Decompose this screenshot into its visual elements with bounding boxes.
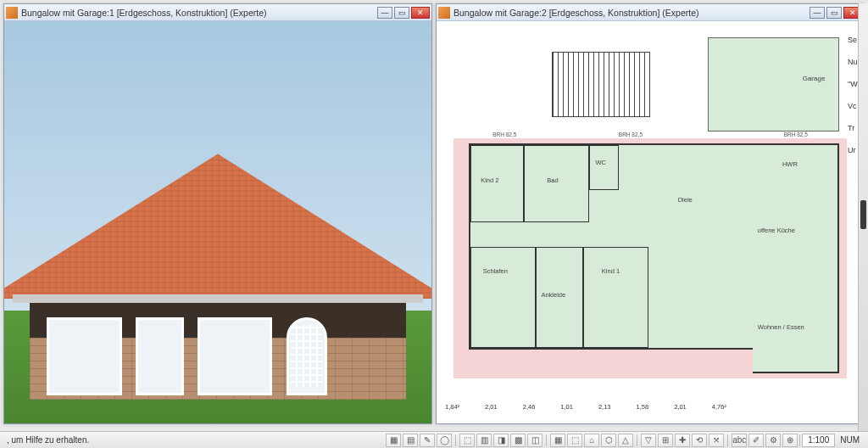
room-kind2: Kind 2: [470, 145, 524, 222]
roof-eave: [13, 294, 423, 302]
window-title-right: Bungalow mit Garage:2 [Erdgeschoss, Kons…: [453, 8, 810, 18]
tool-button[interactable]: △: [618, 434, 633, 447]
room-wc: WC: [589, 145, 619, 190]
app-icon: [6, 7, 18, 19]
tool-button[interactable]: ▽: [641, 434, 656, 447]
tool-button[interactable]: ⬚: [459, 434, 475, 447]
tool-button[interactable]: ◫: [527, 434, 542, 447]
main-floor: Kind 2 Bad WC Diele Schlafen Ankleide Ki…: [469, 143, 768, 350]
side-tab[interactable]: Ur: [848, 146, 856, 154]
tool-button[interactable]: ⚙: [765, 434, 781, 447]
dimension-strip: 1,84² 2,01 2,46 1,01 2,13 1,58 2,01 4,76…: [445, 396, 855, 417]
side-tab[interactable]: Se: [848, 36, 856, 44]
toolbar-bottom: ▦▤✎◯⬚▥◨▩◫▦⬚⌂⬡△▽⊞✚⟲⤧abc✐⚙⊕: [386, 434, 798, 447]
tool-button[interactable]: ✚: [675, 434, 690, 447]
tool-button[interactable]: ⤧: [709, 434, 724, 447]
tool-button[interactable]: ✐: [748, 434, 764, 447]
window-large-2: [198, 317, 273, 395]
dim-brh: BRH 82,5: [784, 132, 808, 137]
minimize-button[interactable]: —: [377, 7, 392, 19]
workspace: Bungalow mit Garage:1 [Erdgeschoss, Kons…: [0, 0, 868, 428]
tool-button[interactable]: ◯: [437, 434, 452, 447]
label-garage: Garage: [803, 75, 826, 82]
tool-button[interactable]: ◨: [493, 434, 509, 447]
patio-grille: [552, 52, 650, 117]
window-small: [136, 317, 183, 395]
tool-button[interactable]: ⟲: [692, 434, 707, 447]
app-icon: [438, 7, 450, 19]
window-floorplan: Bungalow mit Garage:2 [Erdgeschoss, Kons…: [436, 3, 865, 424]
maximize-button[interactable]: ▭: [394, 7, 409, 19]
panel-grip-icon[interactable]: [860, 200, 866, 229]
window-3d-view: Bungalow mit Garage:1 [Erdgeschoss, Kons…: [3, 3, 432, 424]
tool-button[interactable]: ▥: [476, 434, 492, 447]
tool-button[interactable]: ▤: [403, 434, 418, 447]
window-large-1: [47, 317, 122, 395]
room-ankleide: Ankleide: [536, 247, 583, 348]
side-tab[interactable]: Nu: [848, 58, 856, 66]
maximize-button[interactable]: ▭: [826, 7, 842, 19]
tool-button[interactable]: ⌂: [584, 434, 599, 447]
close-button[interactable]: ✕: [411, 7, 430, 19]
minimize-button[interactable]: —: [810, 7, 825, 19]
status-bar: , um Hilfe zu erhalten. ▦▤✎◯⬚▥◨▩◫▦⬚⌂⬡△▽⊞…: [0, 431, 868, 448]
tool-button[interactable]: ▦: [386, 434, 401, 447]
viewport-3d[interactable]: [4, 21, 431, 423]
room-kind1: Kind 1: [583, 247, 648, 348]
house-wall: [30, 303, 406, 400]
side-panel-tabs: Se Nu "W Vc Tr Ur: [848, 36, 856, 154]
living-wing: HWR offene Küche Wohnen / Essen: [753, 143, 839, 373]
room-bad: Bad: [524, 145, 589, 222]
window-title-left: Bungalow mit Garage:1 [Erdgeschoss, Kons…: [21, 8, 377, 18]
side-tab[interactable]: Tr: [848, 124, 856, 132]
tool-button[interactable]: ⊞: [658, 434, 673, 447]
room-garage: Garage: [708, 37, 839, 132]
dim-brh: BRH 82,5: [619, 132, 643, 137]
side-tab[interactable]: "W: [848, 80, 856, 88]
room-diele: Diele: [619, 190, 767, 222]
side-panel-collapsed[interactable]: [858, 3, 868, 431]
status-hint: , um Hilfe zu erhalten.: [3, 435, 89, 445]
viewport-plan[interactable]: Garage BRH 82,5 BRH 82,5 BRH 82,5 Kind 2…: [437, 21, 864, 423]
room-schlafen: Schlafen: [470, 247, 536, 348]
dim-brh: BRH 82,5: [492, 132, 516, 137]
titlebar-right[interactable]: Bungalow mit Garage:2 [Erdgeschoss, Kons…: [437, 4, 864, 21]
tool-button[interactable]: abc: [732, 434, 747, 447]
label-kueche: offene Küche: [758, 227, 795, 234]
room-hwr: HWR: [753, 145, 837, 195]
plan-hatching: BRH 82,5 BRH 82,5 BRH 82,5 Kind 2 Bad WC…: [453, 138, 848, 378]
tool-button[interactable]: ▩: [510, 434, 526, 447]
tool-button[interactable]: ✎: [420, 434, 435, 447]
window-arched: [287, 317, 327, 395]
titlebar-left[interactable]: Bungalow mit Garage:1 [Erdgeschoss, Kons…: [4, 4, 431, 21]
tool-button[interactable]: ⬚: [567, 434, 582, 447]
tool-button[interactable]: ⬡: [601, 434, 616, 447]
numlock-indicator: NUM: [835, 435, 865, 445]
tool-button[interactable]: ▦: [550, 434, 565, 447]
scale-display[interactable]: 1:100: [802, 434, 835, 447]
label-wohnen: Wohnen / Essen: [758, 323, 804, 331]
tool-button[interactable]: ⊕: [782, 434, 798, 447]
side-tab[interactable]: Vc: [848, 102, 856, 110]
